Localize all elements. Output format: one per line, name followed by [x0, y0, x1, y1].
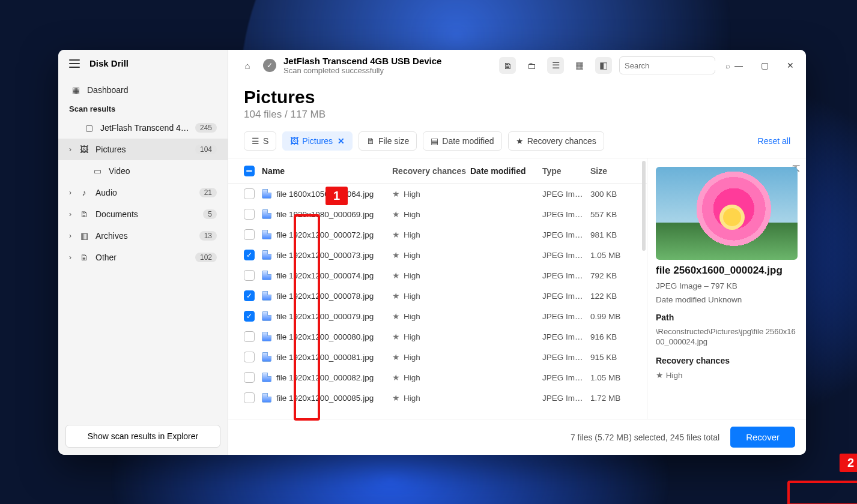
file-icon — [262, 271, 271, 280]
file-type: JPEG Im… — [542, 230, 590, 239]
table-row[interactable]: file 1920x1200_000072.jpg★HighJPEG Im…98… — [228, 224, 647, 245]
panel-view-icon[interactable]: ◧ — [595, 57, 612, 74]
column-type[interactable]: Type — [542, 166, 590, 176]
sidebar-item-documents[interactable]: ›🗎Documents5 — [58, 203, 228, 225]
folder-view-icon[interactable]: 🗀 — [523, 57, 540, 74]
file-name: file 1920x1200_000081.jpg — [276, 353, 374, 362]
star-icon: ★ — [656, 371, 664, 380]
row-checkbox[interactable]: ✓ — [244, 250, 255, 260]
page-title: Pictures — [244, 87, 790, 107]
show-in-explorer-button[interactable]: Show scan results in Explorer — [65, 425, 220, 448]
file-size: 1.05 MB — [590, 251, 638, 260]
chip-label: File size — [378, 136, 409, 146]
date-modified-chip[interactable]: ▤Date modified — [423, 131, 501, 151]
column-size[interactable]: Size — [590, 166, 638, 176]
file-icon — [262, 209, 271, 219]
close-icon[interactable]: ✕ — [338, 136, 345, 146]
table-row[interactable]: ✓file 1920x1200_000078.jpg★HighJPEG Im…1… — [228, 286, 647, 306]
hamburger-icon[interactable] — [69, 59, 80, 68]
file-view-icon[interactable]: 🗎 — [499, 57, 516, 74]
minimize-button[interactable]: — — [731, 58, 746, 73]
image-icon: 🖼 — [290, 136, 298, 146]
star-icon: ★ — [392, 311, 400, 321]
row-checkbox[interactable] — [244, 229, 255, 240]
preview-meta: JPEG Image – 797 KB — [656, 281, 798, 290]
sidebar-item-device[interactable]: ▢ JetFlash Transcend 4GB... 245 — [58, 117, 228, 139]
home-icon[interactable]: ⌂ — [239, 57, 256, 74]
file-name: file 1920x1200_000074.jpg — [276, 271, 374, 280]
recovery-chance: High — [404, 210, 420, 219]
column-name[interactable]: Name — [262, 166, 392, 176]
star-icon: ★ — [392, 332, 400, 341]
star-icon: ★ — [392, 393, 400, 403]
close-button[interactable]: ✕ — [783, 58, 798, 73]
maximize-button[interactable]: ▢ — [757, 58, 772, 73]
count-badge: 102 — [195, 253, 217, 262]
list-view-icon[interactable]: ☰ — [547, 57, 564, 74]
scrollbar[interactable] — [642, 161, 646, 251]
table-row[interactable]: file 1920x1080_000069.jpg★HighJPEG Im…55… — [228, 204, 647, 224]
row-checkbox[interactable]: ✓ — [244, 290, 255, 301]
sidebar-item-video[interactable]: ▭Video — [58, 160, 228, 182]
recover-button[interactable]: Recover — [730, 427, 795, 448]
sidebar-item-label: JetFlash Transcend 4GB... — [100, 123, 195, 133]
chevron-right-icon: › — [69, 188, 77, 197]
file-type: JPEG Im… — [542, 332, 590, 341]
file-type: JPEG Im… — [542, 190, 590, 199]
row-checkbox[interactable] — [244, 188, 255, 199]
recovery-chance: High — [404, 332, 420, 341]
table-row[interactable]: ✓file 1920x1200_000073.jpg★HighJPEG Im…1… — [228, 245, 647, 265]
preview-rc-label: Recovery chances — [656, 356, 798, 365]
row-checkbox[interactable]: ✓ — [244, 311, 255, 322]
main-panel: ⌂ ✓ JetFlash Transcend 4GB USB Device Sc… — [228, 50, 806, 455]
sidebar-header: Disk Drill — [58, 50, 228, 79]
column-recovery-chances[interactable]: Recovery chances — [392, 166, 470, 176]
document-icon: 🗎 — [77, 209, 91, 219]
file-name: file 1920x1200_000073.jpg — [276, 251, 374, 260]
recovery-chance: High — [404, 251, 420, 260]
page-subtitle: 104 files / 117 MB — [244, 109, 790, 121]
column-date-modified[interactable]: Date modified — [470, 166, 542, 176]
sidebar-item-other[interactable]: ›🗎Other102 — [58, 247, 228, 268]
row-checkbox[interactable] — [244, 331, 255, 342]
annotation-box-2 — [787, 481, 857, 504]
chip-label: Date modified — [442, 136, 494, 146]
sidebar-item-pictures[interactable]: ›🖼Pictures104 — [58, 139, 228, 160]
table-row[interactable]: file 1920x1200_000082.jpg★HighJPEG Im…1.… — [228, 367, 647, 388]
table-row[interactable]: file 1920x1200_000081.jpg★HighJPEG Im…91… — [228, 347, 647, 367]
file-size-chip[interactable]: 🗎File size — [359, 131, 417, 151]
header-checkbox[interactable] — [244, 166, 255, 176]
sidebar-item-audio[interactable]: ›♪Audio21 — [58, 182, 228, 203]
sidebar-item-dashboard[interactable]: ▦ Dashboard — [58, 79, 228, 101]
video-icon: ▭ — [91, 166, 104, 176]
table-row[interactable]: file 1600x1050_000064.jpg★HighJPEG Im…30… — [228, 184, 647, 204]
titlebar: ⌂ ✓ JetFlash Transcend 4GB USB Device Sc… — [228, 50, 806, 79]
row-checkbox[interactable] — [244, 352, 255, 362]
file-name: file 1920x1080_000069.jpg — [276, 210, 374, 219]
reset-all-link[interactable]: Reset all — [758, 136, 790, 146]
file-size: 0.99 MB — [590, 312, 638, 321]
row-checkbox[interactable] — [244, 209, 255, 220]
recovery-chip[interactable]: ★Recovery chances — [508, 131, 604, 151]
table-row[interactable]: file 1920x1200_000085.jpg★HighJPEG Im…1.… — [228, 388, 647, 408]
table-row[interactable]: file 1920x1200_000074.jpg★HighJPEG Im…79… — [228, 265, 647, 286]
file-icon — [262, 189, 271, 199]
calendar-icon: ▤ — [431, 136, 438, 146]
page-heading: Pictures 104 files / 117 MB — [228, 79, 806, 123]
search-input[interactable]: ⌕ — [619, 56, 715, 74]
row-checkbox[interactable] — [244, 392, 255, 403]
row-checkbox[interactable] — [244, 270, 255, 281]
file-size: 792 KB — [590, 271, 638, 280]
sidebar-item-archives[interactable]: ›▥Archives13 — [58, 225, 228, 247]
grid-view-icon[interactable]: ▦ — [571, 57, 588, 74]
table-row[interactable]: ✓file 1920x1200_000079.jpg★HighJPEG Im…0… — [228, 306, 647, 326]
count-badge: 5 — [203, 209, 217, 219]
file-type: JPEG Im… — [542, 373, 590, 382]
pictures-chip[interactable]: 🖼 Pictures ✕ — [282, 131, 353, 151]
preview-rc-value: ★ High — [656, 370, 798, 380]
sidebar-section-label: Scan results — [69, 104, 217, 113]
search-field[interactable] — [625, 61, 725, 70]
row-checkbox[interactable] — [244, 372, 255, 383]
settings-chip[interactable]: ☰S — [244, 131, 276, 151]
table-row[interactable]: file 1920x1200_000080.jpg★HighJPEG Im…91… — [228, 326, 647, 347]
